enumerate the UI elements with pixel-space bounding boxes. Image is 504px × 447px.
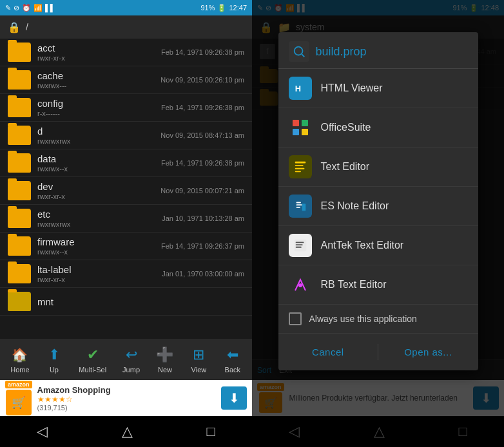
svg-rect-7 — [295, 162, 305, 164]
toolbar-back-label: Back — [225, 366, 240, 374]
home-nav-button[interactable]: △ — [109, 418, 146, 445]
svg-rect-14 — [296, 207, 300, 208]
status-icons-left: ✎ ⊘ ⏰ 📶 ▌▌ — [5, 4, 55, 12]
home-icon: 🏠 — [11, 346, 29, 364]
recents-nav-button[interactable]: □ — [193, 418, 228, 445]
lock-icon: 🔒 — [8, 21, 21, 33]
wifi-icon: 📶 — [34, 4, 43, 12]
svg-rect-13 — [296, 204, 302, 205]
list-item[interactable]: etc rwxrwxrwx Jan 10, 1971 10:13:28 am — [0, 205, 252, 233]
file-name: d — [37, 126, 154, 137]
option-html-viewer[interactable]: H HTML Viewer — [278, 69, 478, 108]
es-note-label: ES Note Editor — [321, 200, 389, 212]
file-date: Feb 14, 1971 09:26:38 pm — [161, 104, 244, 111]
svg-point-20 — [298, 283, 302, 287]
file-name: data — [37, 153, 155, 164]
list-item[interactable]: d rwxrwxrwx Nov 09, 2015 08:47:13 am — [0, 122, 252, 149]
list-item[interactable]: config r-x------ Feb 14, 1971 09:26:38 p… — [0, 94, 252, 122]
svg-rect-8 — [295, 165, 303, 166]
svg-text:H: H — [295, 84, 300, 93]
folder-icon — [8, 236, 31, 256]
file-name: dev — [37, 181, 154, 192]
left-panel: ✎ ⊘ ⏰ 📶 ▌▌ 91% 🔋 12:47 🔒 / acct rwxr-xr-… — [0, 0, 252, 447]
left-folder-header: 🔒 / — [0, 15, 252, 39]
back-nav-button[interactable]: ◁ — [24, 418, 61, 445]
file-perms: rwxrwx--x — [37, 165, 155, 173]
file-perms: rwxrwx--- — [37, 82, 154, 90]
rb-icon — [289, 273, 312, 296]
list-item[interactable]: data rwxrwx--x Feb 14, 1971 09:26:38 pm — [0, 149, 252, 177]
file-perms: rwxr-xr-x — [37, 276, 155, 283]
signal-icon: ▌▌ — [45, 4, 55, 12]
status-icons-right: 91% 🔋 12:47 — [200, 4, 247, 12]
option-officesuite[interactable]: OfficeSuite — [278, 108, 478, 147]
toolbar-new-label: New — [158, 366, 172, 374]
list-item[interactable]: lta-label rwxr-xr-x Jan 01, 1970 03:00:0… — [0, 260, 252, 288]
svg-rect-12 — [296, 202, 300, 204]
html-viewer-label: HTML Viewer — [321, 82, 383, 94]
list-item[interactable]: dev rwxr-xr-x Nov 09, 2015 00:07:21 am — [0, 177, 252, 205]
dialog-file-icon — [289, 41, 309, 62]
list-item[interactable]: acct rwxr-xr-x Feb 14, 1971 09:26:38 pm — [0, 39, 252, 66]
open-as-button[interactable]: Open as... — [378, 339, 478, 365]
toolbar-multisel-label: Multi-Sel — [79, 366, 106, 374]
toolbar-home-label: Home — [10, 366, 29, 374]
file-perms: rwxr-xr-x — [37, 54, 155, 62]
rb-label: RB Text Editor — [321, 279, 387, 290]
svg-rect-5 — [293, 129, 299, 135]
toolbar-up-label: Up — [50, 366, 59, 374]
file-date: Jan 01, 1970 03:00:00 am — [162, 270, 244, 278]
always-use-label: Always use this application — [309, 314, 417, 324]
left-ad-bar[interactable]: amazon 🛒 Amazon Shopping ★★★★☆ (319,715)… — [0, 380, 252, 416]
option-text-editor[interactable]: Text Editor — [278, 147, 478, 187]
toolbar-jump-label: Jump — [122, 366, 140, 374]
html-viewer-icon: H — [289, 77, 312, 100]
always-use-row[interactable]: Always use this application — [278, 305, 478, 334]
folder-icon — [8, 209, 31, 228]
toolbar-multisel[interactable]: ✔ Multi-Sel — [73, 343, 111, 376]
text-editor-icon — [289, 155, 312, 178]
file-date: Nov 09, 2015 00:07:21 am — [160, 187, 244, 195]
list-item[interactable]: mnt — [0, 288, 252, 316]
toolbar-view[interactable]: ⊞ View — [184, 343, 213, 376]
toolbar-up[interactable]: ⬆ Up — [40, 343, 68, 376]
clock-time: 12:47 — [229, 4, 247, 12]
svg-rect-10 — [295, 171, 300, 172]
folder-icon — [8, 70, 31, 90]
toolbar-jump[interactable]: ↩ Jump — [117, 343, 146, 376]
battery-percent: 91% — [200, 4, 215, 12]
svg-rect-18 — [295, 244, 302, 245]
svg-point-0 — [294, 47, 302, 55]
cancel-button[interactable]: Cancel — [278, 339, 378, 365]
list-item[interactable]: firmware rwxrwx--x Feb 14, 1971 09:26:37… — [0, 233, 252, 260]
folder-icon — [8, 98, 31, 117]
file-name: lta-label — [37, 264, 155, 275]
option-rb-text-editor[interactable]: RB Text Editor — [278, 265, 478, 305]
ad-download-button[interactable]: ⬇ — [221, 386, 247, 410]
es-note-icon — [289, 195, 312, 218]
ad-logo: 🛒 — [6, 390, 32, 415]
always-use-checkbox[interactable] — [289, 312, 302, 325]
edit-icon: ✎ — [5, 4, 11, 12]
list-item[interactable]: cache rwxrwx--- Nov 09, 2015 00:26:10 pm — [0, 66, 252, 94]
toolbar-home[interactable]: 🏠 Home — [5, 343, 34, 376]
root-path: / — [26, 22, 28, 32]
folder-icon — [8, 264, 31, 283]
svg-rect-3 — [293, 120, 299, 126]
toolbar-view-label: View — [191, 366, 207, 374]
amazon-label: amazon — [5, 381, 32, 388]
toolbar-new[interactable]: ➕ New — [151, 343, 179, 376]
option-es-note-editor[interactable]: ES Note Editor — [278, 187, 478, 226]
svg-rect-9 — [295, 168, 304, 169]
file-perms: r-x------ — [37, 109, 155, 117]
file-perms: rwxrwx--x — [37, 248, 155, 256]
jump-icon: ↩ — [122, 346, 141, 364]
svg-rect-19 — [295, 247, 301, 248]
left-file-list[interactable]: acct rwxr-xr-x Feb 14, 1971 09:26:38 pm … — [0, 39, 252, 339]
file-perms: rwxrwxrwx — [37, 137, 154, 145]
open-with-dialog: build.prop H HTML Viewer — [278, 32, 478, 370]
multisel-icon: ✔ — [84, 346, 102, 364]
option-anttek-text-editor[interactable]: AntTek Text Editor — [278, 226, 478, 265]
file-perms: rwxr-xr-x — [37, 193, 154, 200]
toolbar-back[interactable]: ⬅ Back — [218, 343, 247, 376]
